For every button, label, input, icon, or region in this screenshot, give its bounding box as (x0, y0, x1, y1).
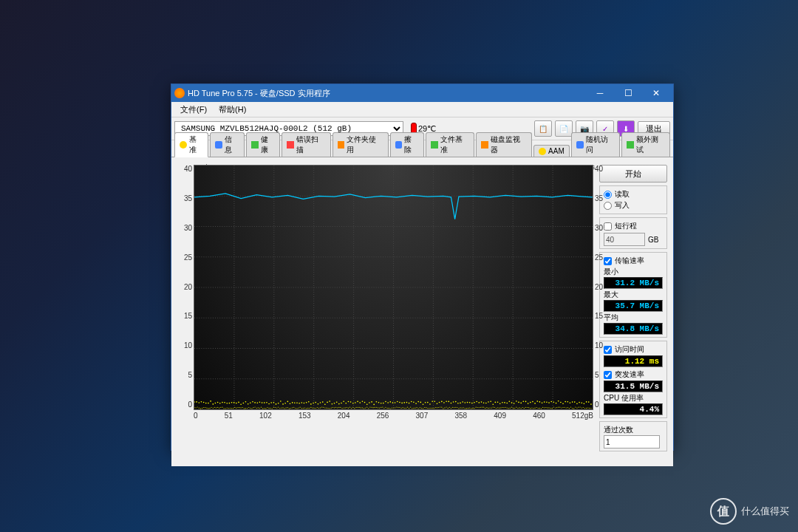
shortstroke-input[interactable] (604, 233, 645, 246)
svg-point-240 (276, 407, 277, 408)
svg-point-310 (385, 407, 386, 408)
svg-point-425 (564, 407, 565, 408)
svg-point-378 (491, 408, 492, 409)
check-shortstroke[interactable]: 短行程 (604, 221, 663, 231)
svg-point-49 (270, 402, 272, 403)
svg-point-161 (532, 401, 533, 403)
svg-point-92 (371, 401, 372, 403)
svg-point-199 (213, 408, 214, 409)
avg-value: 34.8 MB/s (604, 323, 663, 335)
svg-point-431 (573, 408, 574, 409)
radio-read[interactable]: 读取 (604, 189, 663, 200)
svg-point-135 (471, 403, 473, 404)
minimize-button[interactable]: ─ (586, 84, 614, 102)
info-icon (215, 141, 222, 149)
svg-point-386 (503, 407, 504, 408)
tab-health[interactable]: 健康 (246, 132, 280, 157)
tab-diskmon[interactable]: 磁盘监视器 (476, 132, 532, 157)
check-transferrate[interactable]: 传输速率 (604, 256, 663, 266)
svg-point-367 (474, 408, 474, 409)
svg-point-179 (574, 401, 576, 403)
check-burst[interactable]: 突发速率 (604, 369, 663, 380)
tab-erase[interactable]: 擦除 (390, 132, 424, 157)
svg-point-369 (477, 407, 478, 408)
svg-point-383 (499, 408, 499, 409)
svg-point-218 (242, 407, 243, 408)
svg-point-23 (210, 400, 211, 402)
accesstime-group: 访问时间 1.12 ms 突发速率 31.5 MB/s CPU 使用率 4.4% (599, 341, 667, 418)
svg-point-194 (205, 407, 205, 408)
svg-point-341 (434, 408, 434, 409)
svg-point-166 (544, 401, 545, 403)
cpu-value: 4.4% (604, 403, 663, 415)
svg-point-335 (424, 407, 425, 408)
svg-point-128 (455, 401, 457, 403)
svg-point-412 (544, 407, 545, 408)
copy-screenshot-button[interactable]: 📄 (555, 120, 573, 137)
svg-point-322 (404, 408, 405, 409)
svg-point-149 (504, 402, 505, 403)
svg-point-80 (343, 400, 344, 402)
copy-info-button[interactable]: 📋 (534, 120, 552, 137)
svg-point-426 (566, 407, 567, 408)
tab-extra[interactable]: 额外测试 (621, 132, 670, 157)
svg-point-313 (390, 408, 391, 409)
svg-point-402 (528, 407, 529, 408)
start-button[interactable]: 开始 (599, 165, 667, 183)
svg-point-159 (528, 403, 529, 404)
check-accesstime[interactable]: 访问时间 (604, 344, 663, 355)
tab-folderusage[interactable]: 文件夹使用 (332, 132, 389, 157)
passes-input[interactable] (604, 435, 660, 449)
svg-point-186 (590, 403, 592, 405)
svg-point-154 (516, 400, 517, 402)
svg-point-248 (289, 408, 290, 409)
svg-point-408 (538, 408, 539, 409)
svg-point-294 (361, 407, 361, 408)
svg-point-403 (530, 408, 531, 409)
svg-point-309 (383, 408, 384, 409)
svg-point-20 (203, 402, 205, 403)
svg-point-343 (437, 407, 437, 408)
tab-info[interactable]: 信息 (210, 132, 244, 157)
svg-point-360 (463, 407, 464, 408)
svg-point-85 (355, 402, 356, 403)
tab-errorscan[interactable]: 错误扫描 (282, 132, 330, 157)
svg-point-48 (268, 403, 270, 405)
svg-point-126 (451, 403, 452, 404)
svg-point-332 (420, 407, 420, 408)
maximize-button[interactable]: ☐ (614, 84, 642, 102)
svg-point-221 (247, 408, 248, 409)
svg-point-330 (416, 407, 417, 408)
svg-point-373 (483, 407, 484, 408)
menu-file[interactable]: 文件(F) (174, 103, 213, 117)
tab-filebench[interactable]: 文件基准 (426, 132, 474, 157)
svg-point-197 (209, 408, 210, 409)
menu-help[interactable]: 帮助(H) (213, 103, 252, 117)
tab-random[interactable]: 随机访问 (571, 132, 620, 157)
svg-point-436 (582, 408, 582, 409)
svg-point-58 (292, 402, 293, 403)
svg-point-265 (316, 408, 316, 409)
close-button[interactable]: ✕ (642, 84, 670, 102)
svg-point-164 (539, 401, 541, 403)
svg-point-347 (443, 408, 443, 409)
radio-write[interactable]: 写入 (604, 200, 663, 211)
cpu-label: CPU 使用率 (604, 393, 663, 403)
svg-point-346 (441, 407, 442, 408)
tab-aam[interactable]: AAM (533, 145, 570, 157)
titlebar[interactable]: HD Tune Pro 5.75 - 硬盘/SSD 实用程序 ─ ☐ ✕ (171, 84, 673, 102)
svg-point-246 (286, 407, 287, 408)
svg-point-91 (369, 402, 370, 403)
watermark-text: 什么值得买 (741, 505, 789, 518)
svg-point-27 (219, 403, 221, 404)
svg-point-176 (567, 401, 568, 403)
svg-point-307 (381, 407, 381, 408)
svg-point-142 (488, 401, 489, 403)
svg-point-260 (307, 408, 308, 409)
svg-point-428 (569, 408, 570, 409)
svg-point-53 (280, 400, 282, 402)
svg-point-340 (432, 408, 433, 409)
tab-benchmark[interactable]: 基准 (174, 132, 208, 157)
svg-point-283 (344, 407, 344, 408)
svg-point-24 (212, 403, 214, 405)
